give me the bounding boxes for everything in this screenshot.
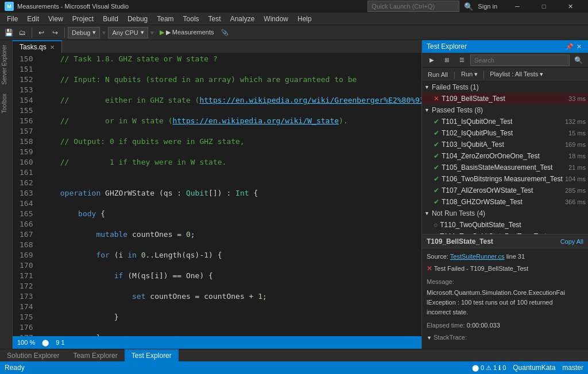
message-text: Microsoft.Quantum.Simulation.Core.Execut… xyxy=(427,288,583,317)
test-time-t108: 366 ms xyxy=(565,198,586,205)
test-item-t105[interactable]: ✔ T105_BasisStateMeasurement_Test 21 ms xyxy=(422,162,588,173)
pass-icon-t103: ✔ xyxy=(434,141,439,149)
copy-all-button[interactable]: Copy All xyxy=(560,238,583,245)
menu-build[interactable]: Build xyxy=(98,13,123,25)
menu-help[interactable]: Help xyxy=(293,13,316,25)
debug-mode-dropdown[interactable]: Debug ▾ xyxy=(68,27,100,38)
test-item-t108[interactable]: ✔ T108_GHZOrWState_Test 366 ms xyxy=(422,196,588,208)
sign-in-link[interactable]: Sign in xyxy=(478,3,497,10)
playlist-btn[interactable]: Playlist : All Tests ▾ xyxy=(488,69,546,79)
test-explorer-panel: Test Explorer 📌 ✕ ▶ ⊞ ☰ 🔍 Run All | Run … xyxy=(421,40,588,349)
toolbox-sidebar: Server Explorer Toolbox xyxy=(0,40,13,349)
save-btn[interactable]: 💾 xyxy=(2,26,15,39)
test-toolbar-btn1[interactable]: ▶ xyxy=(425,54,438,67)
editor-tab-close[interactable]: ✕ xyxy=(50,44,55,50)
panel-pin-btn[interactable]: 📌 xyxy=(565,42,574,51)
window-title: Measurements - Microsoft Visual Studio xyxy=(17,3,368,10)
undo-btn[interactable]: ↩ xyxy=(35,26,48,39)
save-all-btn[interactable]: 🗂 xyxy=(16,26,29,39)
test-item-t107[interactable]: ✔ T107_AllZerosOrWState_Test 285 ms xyxy=(422,185,588,196)
test-tree[interactable]: ▼ Failed Tests (1) ✕ T109_BellState_Test… xyxy=(422,81,588,234)
test-item-t101[interactable]: ✔ T101_IsQubitOne_Test 132 ms xyxy=(422,116,588,127)
test-explorer-title-bar: Test Explorer 📌 ✕ xyxy=(422,40,588,53)
menu-edit[interactable]: Edit xyxy=(22,13,44,25)
menu-view[interactable]: View xyxy=(44,13,68,25)
minimize-button[interactable]: ─ xyxy=(504,0,531,13)
code-content[interactable]: 150151152153 154155156157 158159160161 1… xyxy=(13,53,421,336)
warning-count-icon: ⚠ xyxy=(486,364,492,372)
elapsed-time: 0:00:00.033 xyxy=(467,322,500,329)
test-time-t106: 104 ms xyxy=(565,176,586,182)
test-status-line: ✕ Test Failed - T109_BellState_Test xyxy=(427,264,583,274)
solution-explorer-tab[interactable]: Solution Explorer xyxy=(0,349,66,362)
platform-label: Any CPU xyxy=(112,29,138,36)
redo-btn[interactable]: ↪ xyxy=(49,26,61,39)
test-name-t105: T105_BasisStateMeasurement_Test xyxy=(442,163,552,172)
test-time-t105: 21 ms xyxy=(568,164,586,171)
menu-project[interactable]: Project xyxy=(68,13,98,25)
platform-dropdown[interactable]: Any CPU ▾ xyxy=(108,27,148,38)
pass-icon-t101: ✔ xyxy=(434,118,439,126)
pass-icon-t107: ✔ xyxy=(434,186,439,194)
editor-area: Tasks.qs ✕ 150151152153 154155156157 158… xyxy=(13,40,421,349)
test-details-header: T109_BellState_Test Copy All xyxy=(422,235,588,248)
notrun-section-label: Not Run Tests (4) xyxy=(432,209,485,217)
menu-window[interactable]: Window xyxy=(259,13,293,25)
detail-status-text: Test Failed - T109_BellState_Test xyxy=(434,265,528,272)
run-all-btn[interactable]: Run All xyxy=(425,70,450,79)
status-ready: Ready xyxy=(5,364,25,372)
warning-count: 1 xyxy=(493,364,497,371)
source-link[interactable]: TestSuiteRunner.cs xyxy=(450,253,505,260)
toolbox-tab[interactable]: Toolbox xyxy=(0,89,9,118)
test-explorer-bottom-tab[interactable]: Test Explorer xyxy=(125,349,179,362)
title-bar: M Measurements - Microsoft Visual Studio… xyxy=(0,0,588,13)
menu-team[interactable]: Team xyxy=(152,13,178,25)
passed-section-header[interactable]: ▼ Passed Tests (8) xyxy=(422,104,588,116)
failed-section-header[interactable]: ▼ Failed Tests (1) xyxy=(422,81,588,93)
test-time-t102: 15 ms xyxy=(568,130,586,137)
notrun-section-header[interactable]: ▼ Not Run Tests (4) xyxy=(422,208,588,219)
test-item-t110[interactable]: ○ T110_TwoQubitState_Test xyxy=(422,219,588,231)
test-name-t101: T101_IsQubitOne_Test xyxy=(442,118,512,126)
team-explorer-tab[interactable]: Team Explorer xyxy=(66,349,124,362)
test-item-t104[interactable]: ✔ T104_ZeroZeroOrOneOne_Test 18 ms xyxy=(422,150,588,162)
search-icon: 🔍 xyxy=(464,2,473,11)
code-editor[interactable]: // Task 1.8. GHZ state or W state ? // I… xyxy=(37,53,421,336)
test-details-title: T109_BellState_Test xyxy=(427,237,560,246)
test-name-t106: T106_TwoBitstrings Measurement_Test xyxy=(442,175,563,183)
close-button[interactable]: ✕ xyxy=(557,0,583,13)
test-search-btn[interactable]: 🔍 xyxy=(572,54,585,67)
quick-launch-input[interactable] xyxy=(368,1,459,12)
run-dropdown-btn[interactable]: Run ▾ xyxy=(459,69,480,79)
line-numbers: 150151152153 154155156157 158159160161 1… xyxy=(13,53,37,336)
menu-file[interactable]: File xyxy=(2,13,22,25)
test-details-panel: T109_BellState_Test Copy All Source: Tes… xyxy=(422,234,588,349)
test-name-t109: T109_BellState_Test xyxy=(442,95,505,103)
editor-tab-tasks[interactable]: Tasks.qs ✕ xyxy=(13,40,62,53)
branch-name: QuantumKata xyxy=(513,364,555,372)
menu-test[interactable]: Test xyxy=(204,13,226,25)
run-button[interactable]: ▶ ▶ Measurements xyxy=(156,26,218,39)
restore-button[interactable]: □ xyxy=(531,0,557,13)
menu-analyze[interactable]: Analyze xyxy=(226,13,260,25)
menu-debug[interactable]: Debug xyxy=(123,13,152,25)
test-item-t109[interactable]: ✕ T109_BellState_Test 33 ms xyxy=(422,93,588,104)
error-icon: ⬤ xyxy=(42,339,49,346)
message-label: Message: xyxy=(427,278,454,285)
attach-btn[interactable]: 📎 xyxy=(218,26,231,39)
skip-icon-t110: ○ xyxy=(434,221,438,229)
elapsed-label: Elapsed time: xyxy=(427,322,465,329)
editor-tabs: Tasks.qs ✕ xyxy=(13,40,421,53)
server-explorer-tab[interactable]: Server Explorer xyxy=(0,40,9,89)
test-toolbar-btn3[interactable]: ☰ xyxy=(455,54,468,67)
menu-tools[interactable]: Tools xyxy=(179,13,204,25)
platform-arrow: ▾ xyxy=(141,29,144,36)
test-item-t106[interactable]: ✔ T106_TwoBitstrings Measurement_Test 10… xyxy=(422,173,588,185)
test-toolbar-btn2[interactable]: ⊞ xyxy=(440,54,453,67)
test-search-input[interactable] xyxy=(470,54,570,66)
actions-separator xyxy=(483,71,484,79)
test-item-t103[interactable]: ✔ T103_IsQubitA_Test 169 ms xyxy=(422,139,588,150)
panel-close-btn[interactable]: ✕ xyxy=(574,42,583,51)
pass-icon-t106: ✔ xyxy=(434,175,439,183)
test-item-t102[interactable]: ✔ T102_IsQubitPlus_Test 15 ms xyxy=(422,127,588,139)
